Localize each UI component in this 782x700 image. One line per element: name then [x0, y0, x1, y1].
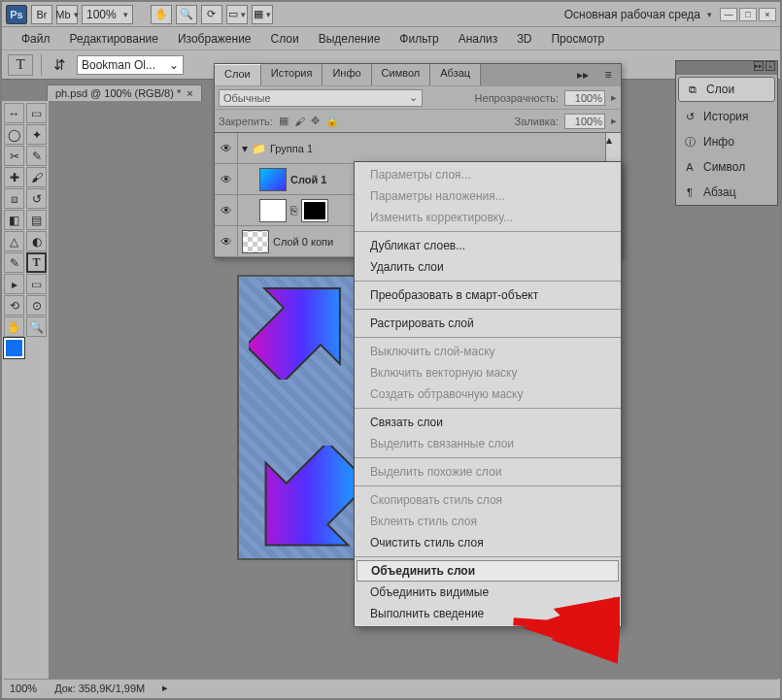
healing-tool[interactable]: ✚ [4, 167, 24, 187]
font-family-dropdown[interactable]: Bookman Ol...⌄ [77, 55, 184, 75]
menu-item[interactable]: Выполнить сведение [355, 603, 621, 624]
visibility-icon[interactable]: 👁 [215, 195, 238, 225]
menu-item[interactable]: Объединить видимые [355, 582, 621, 603]
orientation-icon[interactable]: ⇵ [50, 54, 69, 76]
visibility-icon[interactable]: 👁 [215, 226, 238, 256]
menu-filter[interactable]: Фильтр [390, 29, 448, 49]
pen-tool[interactable]: ✎ [4, 252, 24, 273]
menu-item[interactable]: Создать обтравочную маску [355, 383, 621, 405]
menu-view[interactable]: Просмотр [541, 29, 614, 49]
blend-mode-dropdown[interactable]: Обычные⌄ [219, 89, 423, 107]
crop-tool[interactable]: ✂ [4, 146, 24, 166]
tab-history[interactable]: История [261, 64, 323, 85]
menu-item[interactable]: Изменить корректировку... [355, 207, 621, 228]
menu-item-merge-layers[interactable]: Объединить слои [357, 560, 619, 582]
opacity-arrow-icon[interactable]: ▸ [611, 91, 617, 104]
visibility-icon[interactable]: 👁 [215, 133, 238, 163]
opacity-value[interactable]: 100% [564, 90, 605, 106]
panel-collapse-icon[interactable]: ▸▸ [570, 64, 595, 85]
path-select-tool[interactable]: ▸ [4, 274, 24, 294]
hand-tool-icon[interactable]: ✋ [151, 5, 172, 24]
menu-item[interactable]: Скопировать стиль слоя [355, 489, 621, 511]
workspace-dropdown[interactable]: Основная рабочая среда [561, 5, 716, 24]
dock-item-paragraph[interactable]: ¶ Абзац [676, 180, 777, 205]
menu-item[interactable]: Выделить похожие слои [355, 461, 621, 483]
move-tool[interactable]: ↔ [4, 103, 24, 123]
dock-item-character[interactable]: A Символ [676, 154, 777, 180]
brush-tool[interactable]: 🖌 [26, 167, 47, 187]
mb-button[interactable]: Mb [56, 5, 78, 24]
lock-all-icon[interactable]: 🔒 [325, 115, 339, 127]
menu-item[interactable]: Очистить стиль слоя [355, 532, 621, 553]
menu-select[interactable]: Выделение [309, 29, 391, 49]
menu-item[interactable]: Выключить слой-маску [355, 341, 621, 362]
menu-item[interactable]: Выделить связанные слои [355, 433, 621, 454]
menu-item[interactable]: Удалить слои [355, 256, 621, 278]
menu-edit[interactable]: Редактирование [60, 29, 168, 49]
hand-tool[interactable]: ✋ [4, 317, 24, 337]
dock-collapse-icon[interactable]: ▸▸ [754, 61, 764, 71]
zoom-tool[interactable]: 🔍 [26, 317, 47, 337]
status-arrow-icon[interactable]: ▸ [162, 682, 168, 694]
tab-character[interactable]: Символ [372, 64, 431, 85]
zoom-tool-icon[interactable]: 🔍 [176, 5, 197, 24]
fill-value[interactable]: 100% [564, 114, 605, 129]
minimize-button[interactable]: — [720, 8, 737, 21]
menu-item[interactable]: Преобразовать в смарт-объект [355, 284, 621, 306]
dock-close-icon[interactable]: × [765, 61, 775, 71]
fill-arrow-icon[interactable]: ▸ [611, 115, 617, 127]
menu-item[interactable]: Растрировать слой [355, 313, 621, 334]
gradient-tool[interactable]: ▤ [26, 210, 47, 230]
3d-rotate-tool[interactable]: ⟲ [4, 295, 24, 316]
tab-paragraph[interactable]: Абзац [430, 64, 481, 85]
stamp-tool[interactable]: ⧇ [4, 188, 24, 209]
status-zoom[interactable]: 100% [10, 683, 37, 694]
shape-tool[interactable]: ▭ [26, 274, 47, 294]
menu-image[interactable]: Изображение [168, 29, 261, 49]
tool-preset-icon[interactable]: T [8, 54, 33, 76]
expand-icon[interactable]: ▾ [238, 142, 252, 155]
screen-mode-icon[interactable]: ▭ [226, 5, 248, 24]
close-button[interactable]: × [759, 8, 776, 21]
maximize-button[interactable]: □ [739, 8, 757, 21]
lock-pixels-icon[interactable]: ▦ [279, 115, 289, 127]
menu-item[interactable]: Связать слои [355, 412, 621, 433]
menu-item[interactable]: Параметры слоя... [355, 164, 621, 185]
arrange-docs-icon[interactable]: ▦ [252, 5, 273, 24]
menu-item[interactable]: Параметры наложения... [355, 185, 621, 207]
eyedropper-tool[interactable]: ✎ [26, 146, 47, 166]
lock-move-icon[interactable]: ✥ [311, 115, 320, 127]
eraser-tool[interactable]: ◧ [4, 210, 24, 230]
wand-tool[interactable]: ✦ [26, 124, 47, 145]
zoom-dropdown[interactable]: 100% [82, 5, 133, 24]
scrollbar[interactable]: ▴ [605, 133, 621, 163]
menu-analysis[interactable]: Анализ [449, 29, 508, 49]
rotate-view-icon[interactable]: ⟳ [201, 5, 222, 24]
menu-file[interactable]: Файл [12, 29, 60, 49]
foreground-color[interactable] [4, 338, 24, 358]
lock-brush-icon[interactable]: 🖌 [294, 116, 305, 127]
menu-item[interactable]: Дубликат слоев... [355, 235, 621, 256]
dodge-tool[interactable]: ◐ [26, 231, 47, 251]
menu-item[interactable]: Вклеить стиль слоя [355, 511, 621, 532]
3d-camera-tool[interactable]: ⊙ [26, 295, 47, 316]
layer-row[interactable]: 👁 ▾ 📁 Группа 1 ▴ [215, 133, 621, 164]
type-tool[interactable]: T [26, 252, 47, 273]
dock-item-history[interactable]: ↺ История [676, 104, 777, 129]
menu-item[interactable]: Включить векторную маску [355, 362, 621, 383]
close-tab-icon[interactable]: × [187, 87, 192, 99]
history-brush-tool[interactable]: ↺ [26, 188, 47, 209]
menu-layers[interactable]: Слои [261, 29, 309, 49]
dock-item-layers[interactable]: ⧉ Слои [678, 77, 775, 102]
dock-item-info[interactable]: ⓘ Инфо [676, 129, 777, 154]
tab-info[interactable]: Инфо [323, 64, 371, 85]
layer-name[interactable]: Группа 1 [266, 143, 605, 154]
visibility-icon[interactable]: 👁 [215, 164, 238, 194]
bridge-button[interactable]: Br [31, 5, 52, 24]
menu-3d[interactable]: 3D [507, 29, 541, 49]
blur-tool[interactable]: △ [4, 231, 24, 251]
marquee-tool[interactable]: ▭ [26, 103, 47, 123]
document-tab[interactable]: ph.psd @ 100% (RGB/8) * × [47, 84, 202, 101]
lasso-tool[interactable]: ◯ [4, 124, 24, 145]
panel-menu-icon[interactable]: ≡ [595, 64, 621, 85]
